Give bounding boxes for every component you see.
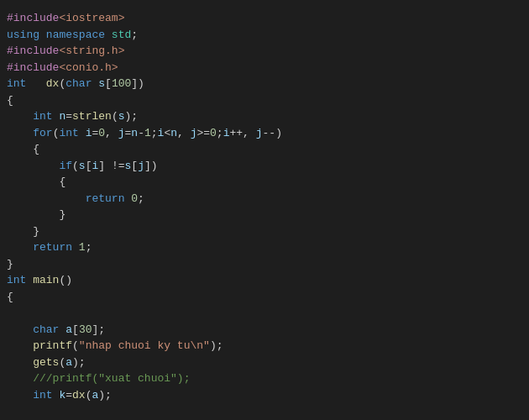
- code-line: int dx(char s[100]): [0, 76, 529, 92]
- code-line: using namespace std;: [0, 27, 529, 44]
- code-line: printf("nhap chuoi ky tu\n");: [0, 338, 529, 354]
- code-line: if(s[i] !=s[j]): [0, 158, 529, 175]
- code-line: gets(a);: [0, 354, 529, 371]
- code-line: int k=dx(a);: [0, 387, 529, 404]
- code-line: }: [0, 223, 529, 240]
- code-line: ///printf("xuat chuoi");: [0, 370, 529, 387]
- code-line: for(int i=0, j=n-1;i<n, j>=0;i++, j--): [0, 125, 529, 142]
- code-line: }: [0, 256, 529, 273]
- code-line: #include<string.h>: [0, 43, 529, 60]
- code-line: #include<conio.h>: [0, 60, 529, 76]
- code-line: {: [0, 92, 529, 109]
- code-line: [0, 305, 529, 322]
- code-line: int main(): [0, 272, 529, 289]
- code-editor: #include<iostream>using namespace std;#i…: [0, 7, 529, 420]
- code-line: char a[30];: [0, 322, 529, 339]
- code-line: {: [0, 141, 529, 158]
- code-line: return 1;: [0, 239, 529, 256]
- code-line: {: [0, 174, 529, 191]
- code-line: {: [0, 289, 529, 306]
- code-line: [0, 403, 529, 420]
- code-line: #include<iostream>: [0, 10, 529, 27]
- code-line: return 0;: [0, 191, 529, 207]
- code-line: }: [0, 207, 529, 223]
- code-line: int n=strlen(s);: [0, 108, 529, 125]
